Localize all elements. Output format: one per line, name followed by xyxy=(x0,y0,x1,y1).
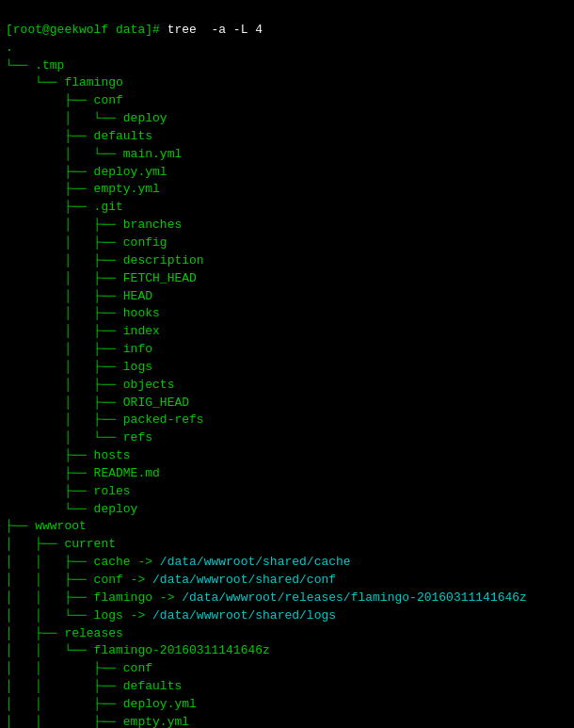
tree-line: ├── .git xyxy=(6,199,568,217)
tree-line: │ ├── hooks xyxy=(6,305,568,323)
tree-line: │ │ ├── conf -> /data/wwwroot/shared/con… xyxy=(6,572,568,590)
tree-line: ├── hosts xyxy=(6,447,568,465)
tree-line: │ │ ├── defaults xyxy=(6,678,568,696)
tree-line: │ │ ├── empty.yml xyxy=(6,714,568,728)
tree-line: │ ├── index xyxy=(6,323,568,341)
tree-line: │ ├── logs xyxy=(6,359,568,377)
tree-line: │ ├── config xyxy=(6,235,568,252)
tree-line: │ ├── releases xyxy=(6,625,568,643)
tree-line: . xyxy=(6,40,568,57)
tree-line: │ │ ├── flamingo -> /data/wwwroot/releas… xyxy=(6,590,568,607)
tree-line: │ └── refs xyxy=(6,429,568,447)
tree-line: │ └── main.yml xyxy=(6,146,568,164)
prompt: [root@geekwolf data]# xyxy=(6,23,167,37)
tree-line: │ │ ├── cache -> /data/wwwroot/shared/ca… xyxy=(6,554,568,572)
tree-line: │ ├── branches xyxy=(6,217,568,235)
tree-line: │ │ └── flamingo-20160311141646z xyxy=(6,642,568,660)
tree-output: .└── .tmp └── flamingo ├── conf │ └── de… xyxy=(6,40,568,728)
tree-line: │ ├── objects xyxy=(6,377,568,395)
command: tree -a -L 4 xyxy=(167,23,263,37)
tree-line: ├── conf xyxy=(6,92,568,110)
tree-line: │ ├── description xyxy=(6,252,568,270)
tree-line: │ ├── FETCH_HEAD xyxy=(6,270,568,288)
tree-line: │ ├── packed-refs xyxy=(6,412,568,429)
tree-line: ├── README.md xyxy=(6,465,568,483)
tree-line: ├── wwwroot xyxy=(6,518,568,536)
terminal-window: [root@geekwolf data]# tree -a -L 4 .└── … xyxy=(6,4,568,728)
tree-line: │ │ ├── deploy.yml xyxy=(6,696,568,714)
tree-line: │ │ └── logs -> /data/wwwroot/shared/log… xyxy=(6,607,568,625)
tree-line: │ │ ├── conf xyxy=(6,660,568,678)
prompt-line: [root@geekwolf data]# tree -a -L 4 xyxy=(6,23,263,37)
tree-line: │ ├── current xyxy=(6,536,568,554)
tree-line: │ └── deploy xyxy=(6,110,568,128)
tree-line: └── .tmp xyxy=(6,57,568,75)
tree-line: │ ├── ORIG_HEAD xyxy=(6,395,568,413)
tree-line: └── deploy xyxy=(6,501,568,519)
tree-line: └── flamingo xyxy=(6,74,568,92)
tree-line: ├── deploy.yml xyxy=(6,164,568,182)
tree-line: │ ├── info xyxy=(6,341,568,359)
tree-line: ├── empty.yml xyxy=(6,181,568,199)
tree-line: │ ├── HEAD xyxy=(6,288,568,306)
tree-line: ├── defaults xyxy=(6,128,568,146)
tree-line: ├── roles xyxy=(6,483,568,501)
